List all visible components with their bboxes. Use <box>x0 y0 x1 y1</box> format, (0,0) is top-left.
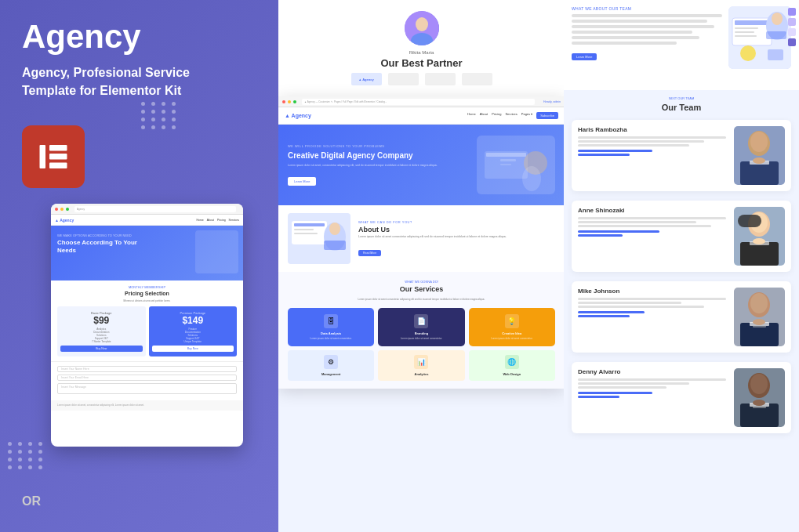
deco-squares <box>785 0 799 54</box>
about-section: WHAT WE CAN DO FOR YOU? About Us Lorem i… <box>278 205 565 272</box>
svg-rect-10 <box>486 153 526 157</box>
partner-name: Rikita Maria <box>289 50 554 55</box>
creative-icon: 💡 <box>505 314 519 328</box>
svg-point-46 <box>753 238 765 244</box>
about-btn[interactable]: Read More <box>358 250 381 256</box>
svg-point-36 <box>750 132 768 152</box>
member-2-name: Anne Shinozaki <box>578 207 726 214</box>
partner-avatar <box>405 11 439 45</box>
hero-illustration <box>477 136 555 194</box>
svg-rect-53 <box>753 325 766 328</box>
service-card-extra-1: ⚙ Management <box>288 350 374 381</box>
services-title: Our Services <box>288 285 555 293</box>
left-panel: Agency Agency, Profesional ServiceTempla… <box>0 0 282 532</box>
svg-point-21 <box>329 223 340 235</box>
svg-rect-2 <box>49 154 67 160</box>
svg-rect-17 <box>294 223 325 226</box>
agency-hero-section: WE WILL PROVIDE SOLUTIONS TO YOUR PROBLE… <box>278 125 565 205</box>
svg-rect-43 <box>738 215 761 227</box>
svg-rect-37 <box>740 161 779 185</box>
browser-url: Agency <box>74 206 236 212</box>
svg-point-49 <box>750 293 768 313</box>
or-divider: OR <box>22 494 41 508</box>
partner-section: Rikita Maria Our Best Partner ▲ Agency <box>278 0 565 96</box>
svg-point-59 <box>753 400 765 406</box>
svg-rect-1 <box>49 145 67 151</box>
member-4-name: Denny Alvarro <box>578 368 726 375</box>
team-label: NEXT OUR TEAM <box>572 96 791 100</box>
svg-rect-26 <box>735 27 758 29</box>
team-member-2: Anne Shinozaki <box>572 201 791 272</box>
svg-point-7 <box>417 19 427 30</box>
dots-decoration-2 <box>8 442 45 469</box>
svg-rect-14 <box>500 164 511 165</box>
services-desc: Lorem ipsum dolor sit amet consectetur a… <box>288 298 555 302</box>
elementor-icon <box>22 125 85 188</box>
service-card-creative: 💡 Creative Idea Lorem ipsum dolor sit am… <box>469 308 555 346</box>
right-top-section: WHAT WE ABOUT OUR TEAM Learn More <box>564 0 799 90</box>
svg-rect-18 <box>294 229 314 230</box>
svg-point-39 <box>753 157 765 164</box>
services-section: WHAT WE GONNA DO! Our Services Lorem ips… <box>278 272 565 389</box>
partner-title: Our Best Partner <box>289 57 554 69</box>
svg-rect-22 <box>324 241 346 250</box>
data-icon: 🗄 <box>324 314 338 328</box>
branding-icon: 📄 <box>414 314 428 328</box>
svg-rect-13 <box>500 159 516 161</box>
service-card-extra-3: 🌐 Web Design <box>469 350 555 381</box>
team-member-4: Denny Alvarro <box>572 362 791 433</box>
content-lines <box>572 14 722 45</box>
svg-rect-3 <box>49 163 67 169</box>
svg-rect-44 <box>740 242 779 266</box>
about-title: About Us <box>358 226 555 233</box>
team-section: NEXT OUR TEAM Our Team Haris Rambozha <box>564 90 799 532</box>
right-top-illustration <box>728 6 791 69</box>
about-illustration <box>288 213 350 264</box>
agency-preview: ▲ Agency — Customize: ✎ Pages / Full Pag… <box>278 96 565 389</box>
svg-rect-33 <box>768 49 783 60</box>
hero-cta-btn[interactable]: Learn More <box>288 177 316 186</box>
about-label: WHAT WE CAN DO FOR YOU? <box>358 220 555 224</box>
svg-rect-60 <box>753 406 766 408</box>
member-2-photo <box>734 207 785 266</box>
hero-label: WE WILL PROVIDE SOLUTIONS TO YOUR PROBLE… <box>288 144 470 148</box>
hero-title: Creative Digital Agency Company <box>288 150 470 161</box>
hero-desc: Lorem ipsum dolor sit amet, consectetur … <box>288 164 470 168</box>
member-1-name: Haris Rambozha <box>578 126 726 133</box>
svg-rect-19 <box>294 233 318 234</box>
member-3-photo <box>734 288 785 346</box>
agency-nav-cta[interactable]: Subscribe <box>536 112 558 119</box>
about-desc: Lorem ipsum dolor sit amet consectetur a… <box>358 235 555 239</box>
service-card-branding: 📄 Branding Lorem ipsum dolor sit amet co… <box>378 308 464 346</box>
svg-point-52 <box>753 319 765 325</box>
right-panel: WHAT WE ABOUT OUR TEAM Learn More <box>564 0 799 532</box>
service-card-data: 🗄 Data Analysis Lorem ipsum dolor sit am… <box>288 308 374 346</box>
svg-point-32 <box>740 45 756 61</box>
right-top-label: WHAT WE ABOUT OUR TEAM <box>572 6 722 11</box>
member-3-name: Mike Johnson <box>578 288 726 295</box>
partner-logos: ▲ Agency <box>351 73 492 85</box>
right-top-btn[interactable]: Learn More <box>572 53 597 60</box>
member-4-photo <box>734 368 785 427</box>
team-member-1: Haris Rambozha <box>572 120 791 191</box>
preview-card-back: Agency ▲ Agency Home About Pricing Servi… <box>51 204 243 447</box>
app-subtitle: Agency, Profesional ServiceTemplate for … <box>22 64 260 100</box>
team-title: Our Team <box>572 103 791 112</box>
member-1-photo <box>734 126 785 185</box>
svg-point-56 <box>750 374 768 394</box>
team-member-3: Mike Johnson <box>572 281 791 353</box>
services-label: WHAT WE GONNA DO! <box>288 280 555 284</box>
svg-point-30 <box>772 13 783 25</box>
middle-panel: Rikita Maria Our Best Partner ▲ Agency ▲… <box>278 0 565 532</box>
dots-decoration-1 <box>141 102 178 129</box>
app-title: Agency <box>22 19 260 55</box>
svg-rect-27 <box>735 31 754 33</box>
service-card-extra-2: 📊 Analytics <box>378 350 464 381</box>
svg-rect-25 <box>735 20 769 25</box>
svg-point-12 <box>522 166 541 191</box>
svg-rect-28 <box>735 35 757 37</box>
svg-rect-0 <box>40 145 46 168</box>
svg-rect-31 <box>766 31 786 39</box>
